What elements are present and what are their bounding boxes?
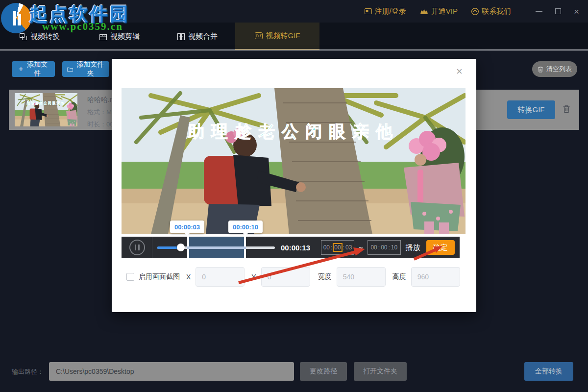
file-name: 哈哈哈.m: [87, 96, 116, 104]
add-folder-label: 添加文件夹: [76, 60, 104, 78]
crown-icon: [420, 8, 428, 15]
enable-crop-label: 启用画面截图: [139, 272, 180, 281]
minimize-button[interactable]: [536, 11, 542, 12]
crop-width-input[interactable]: [337, 267, 386, 287]
crop-width-label: 宽度: [318, 272, 332, 281]
trash-icon: [538, 66, 543, 73]
gif-icon: [255, 32, 263, 39]
trim-end-time-input[interactable]: 00 : 00 : 10: [368, 240, 401, 255]
end-minutes[interactable]: 00: [380, 244, 388, 251]
total-time-label: 00:00:13: [281, 244, 310, 252]
crop-x-input[interactable]: [196, 267, 245, 287]
tab-video-merge[interactable]: 视频合并: [177, 23, 218, 50]
delete-file-icon[interactable]: [563, 105, 570, 115]
end-seconds[interactable]: 10: [391, 244, 398, 251]
tab-bar-separator: [0, 49, 588, 50]
crop-options-row: 启用画面截图 X Y 宽度 高度: [112, 267, 476, 287]
user-card-icon: [365, 8, 372, 14]
crop-height-input[interactable]: [411, 267, 460, 287]
add-folder-button[interactable]: 添加文件夹: [62, 61, 109, 77]
output-path-input[interactable]: [49, 362, 294, 381]
start-minutes[interactable]: 00: [333, 243, 342, 252]
pause-button[interactable]: [129, 240, 145, 255]
folder-icon: [67, 66, 73, 72]
range-tilde: ~: [359, 244, 363, 252]
clear-list-button[interactable]: 清空列表: [532, 61, 577, 77]
dialog-close-icon[interactable]: ×: [456, 66, 463, 77]
add-file-label: 添加文件: [26, 60, 48, 78]
tab-label: 视频剪辑: [110, 32, 140, 41]
video-convert-icon: [20, 33, 27, 40]
gif-trim-dialog: × 00:00:03 00:00:10 00:00:13 00 : 00 : 0…: [112, 59, 476, 312]
video-edit-icon: [99, 33, 107, 40]
tab-bar: 视频转换 视频剪辑 视频合并 视频转GIF: [0, 23, 588, 50]
open-folder-button[interactable]: 打开文件夹: [354, 362, 407, 381]
add-file-button[interactable]: + 添加文件: [12, 61, 55, 77]
convert-all-button[interactable]: 全部转换: [524, 362, 573, 381]
trim-start-time-input[interactable]: 00 : 00 : 03: [321, 240, 354, 255]
trim-start-tooltip: 00:00:03: [170, 220, 204, 233]
vip-label: 开通VIP: [431, 7, 458, 16]
contact-label: 联系我们: [482, 7, 511, 16]
file-format: 格式：M: [87, 108, 112, 117]
start-seconds[interactable]: 03: [345, 244, 352, 251]
play-range-button[interactable]: 播放: [406, 243, 420, 252]
crop-y-label: Y: [251, 273, 256, 281]
tab-label: 视频转GIF: [266, 31, 300, 41]
tab-label: 视频转换: [30, 32, 60, 41]
start-hours[interactable]: 00: [323, 244, 330, 251]
video-preview[interactable]: [122, 88, 466, 234]
register-login-label: 注册/登录: [375, 7, 406, 16]
player-bar: 00:00:13 00 : 00 : 03 ~ 00 : 00 : 10 播放 …: [122, 237, 460, 258]
trim-timeline[interactable]: [157, 237, 275, 258]
convert-gif-button[interactable]: 转换GIF: [507, 100, 555, 119]
clear-list-label: 清空列表: [546, 65, 572, 74]
crop-y-input[interactable]: [261, 267, 310, 287]
crop-x-label: X: [186, 273, 191, 281]
title-bar: 注册/登录 开通VIP 联系我们 ×: [0, 0, 588, 23]
playhead-handle[interactable]: [177, 244, 185, 251]
output-path-label: 输出路径：: [12, 368, 44, 376]
file-duration: 时长：00: [87, 120, 113, 129]
contact-button[interactable]: 联系我们: [471, 7, 511, 16]
tab-video-to-gif[interactable]: 视频转GIF: [235, 23, 319, 50]
change-path-button[interactable]: 更改路径: [300, 362, 347, 381]
crop-height-label: 高度: [392, 272, 406, 281]
timeline-selected-track: [187, 246, 246, 249]
trim-end-tooltip: 00:00:10: [228, 220, 263, 233]
player-divider: [152, 237, 152, 258]
plus-icon: +: [19, 65, 23, 74]
register-login-button[interactable]: 注册/登录: [365, 7, 406, 16]
tab-video-edit[interactable]: 视频剪辑: [99, 23, 140, 50]
tab-label: 视频合并: [188, 32, 218, 41]
confirm-button[interactable]: 确定: [426, 240, 455, 255]
vip-button[interactable]: 开通VIP: [420, 7, 458, 16]
headset-icon: [471, 8, 479, 15]
end-hours[interactable]: 00: [370, 244, 377, 251]
enable-crop-checkbox[interactable]: [126, 273, 134, 281]
video-merge-icon: [177, 33, 185, 40]
video-thumbnail: [15, 93, 77, 126]
maximize-button[interactable]: [555, 8, 561, 14]
tab-video-convert[interactable]: 视频转换: [20, 23, 60, 50]
window-close-button[interactable]: ×: [574, 7, 579, 16]
